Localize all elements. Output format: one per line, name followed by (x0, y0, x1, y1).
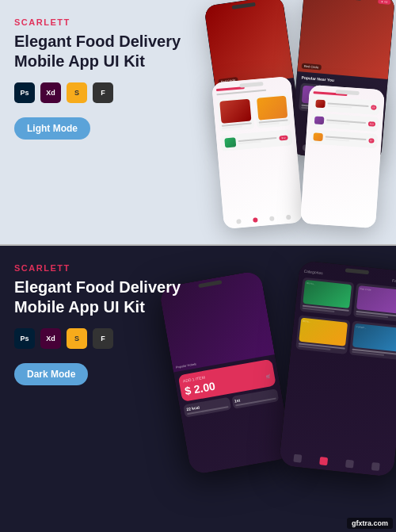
bottom-tool-icons: Ps Xd S F (14, 328, 181, 349)
dark-mode-button[interactable]: Dark Mode (14, 363, 88, 385)
light-mode-button[interactable]: Light Mode (14, 117, 90, 140)
sketch-icon: S (67, 82, 87, 103)
top-section: SCARLETT Elegant Food Delivery Mobile Ap… (0, 0, 396, 246)
ps-icon: Ps (14, 82, 35, 103)
bottom-ps-icon: Ps (14, 328, 35, 349)
top-content: SCARLETT Elegant Food Delivery Mobile Ap… (14, 17, 181, 140)
bottom-title-line1: Elegant Food Delivery (14, 278, 181, 296)
phone-mockup-3: $12 (211, 76, 303, 229)
gfxtra-watermark: gfxtra.com (347, 518, 393, 529)
bottom-brand-label: SCARLETT (14, 263, 181, 273)
top-tool-icons: Ps Xd S F (14, 82, 181, 103)
top-brand-label: SCARLETT (14, 17, 181, 27)
phone-mockup-6: Categories Favourite Wt Yrs... (279, 260, 396, 477)
bottom-figma-icon: F (93, 328, 113, 349)
top-title: Elegant Food Delivery Mobile App UI Kit (14, 32, 181, 71)
phone-mockup-4: $9 $15 $7 (300, 85, 385, 228)
top-phones: Red Circle $8.30 (150, 0, 396, 246)
bottom-sketch-icon: S (67, 328, 87, 349)
bottom-title-line2: Mobile App UI Kit (14, 298, 145, 316)
xd-icon: Xd (40, 82, 61, 103)
bottom-title: Elegant Food Delivery Mobile App UI Kit (14, 277, 181, 317)
bottom-section: SCARLETT Elegant Food Delivery Mobile Ap… (0, 246, 396, 532)
bottom-xd-icon: Xd (40, 328, 61, 349)
top-title-line1: Elegant Food Delivery (14, 33, 181, 50)
bottom-content: SCARLETT Elegant Food Delivery Mobile Ap… (14, 263, 181, 385)
figma-icon: F (93, 82, 113, 103)
top-title-line2: Mobile App UI Kit (14, 52, 145, 70)
